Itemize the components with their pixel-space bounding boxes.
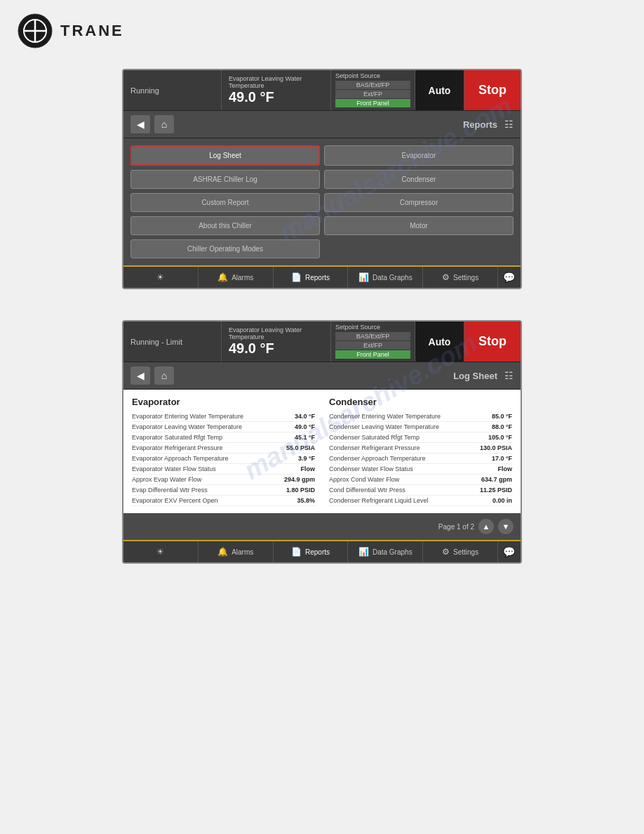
log-pagination: Page 1 of 2 ▲ ▼ [123,513,521,540]
cond-label-6: Approx Cond Water Flow [329,476,477,483]
logo-area: TRANE [0,0,644,62]
panel2-temp-label: Evaporator Leaving Water Temperature [229,326,323,340]
cond-value-5: Flow [498,465,513,472]
data-graphs-icon: 📊 [358,272,369,282]
panel1-chat-button[interactable]: 💬 [498,267,521,288]
panel2-setpoint-opt-2[interactable]: Ext/FP [335,341,410,350]
panel2-toolbar-sun[interactable]: ☀ [123,541,199,562]
panel2-home-button[interactable]: ⌂ [154,366,174,385]
panel1-toolbar-data-graphs[interactable]: 📊 Data Graphs [348,267,423,288]
btn-custom-report[interactable]: Custom Report [130,193,320,212]
panel2-nav-menu-icon: ☷ [504,370,514,381]
evap-value-0: 34.0 °F [295,413,315,420]
btn-evaporator[interactable]: Evaporator [324,145,514,166]
panel1-setpoint-section: Setpoint Source BAS/Ext/FP Ext/FP Front … [331,70,415,110]
cond-label-8: Condenser Refrigerant Liquid Level [329,497,488,504]
panel2-setpoint-opt-3[interactable]: Front Panel [335,350,410,359]
panel2-alarms-label: Alarms [232,548,253,556]
condenser-title: Condenser [329,397,512,407]
reports-icon: 📄 [291,272,302,282]
evap-label-8: Evaporator EXV Percent Open [132,497,293,504]
page-prev-button[interactable]: ▲ [478,519,494,534]
panel2-toolbar: ☀ 🔔 Alarms 📄 Reports 📊 Data Graphs ⚙ Set… [123,540,521,562]
btn-log-sheet[interactable]: Log Sheet [130,145,320,166]
evap-label-3: Evaporator Refrigerant Pressure [132,444,282,451]
cond-row-7: Cond Differential Wtr Press 11.25 PSID [329,485,512,496]
panel2-toolbar-alarms[interactable]: 🔔 Alarms [199,541,274,562]
cond-value-4: 17.0 °F [492,455,512,462]
panel2-toolbar-reports[interactable]: 📄 Reports [274,541,349,562]
panel1-data-graphs-label: Data Graphs [373,274,412,282]
panel1-nav-bar: ◀ ⌂ Reports ☷ [123,111,521,138]
panel1-toolbar-alarms[interactable]: 🔔 Alarms [199,267,274,288]
panel1-setpoint-label: Setpoint Source [335,72,410,79]
cond-row-6: Approx Cond Water Flow 634.7 gpm [329,475,512,485]
panel1-content: Log Sheet Evaporator ASHRAE Chiller Log … [123,138,521,265]
panel1-stop-button[interactable]: Stop [464,70,521,110]
panel2-setpoint-opt-1[interactable]: BAS/Ext/FP [335,332,410,340]
panel2-toolbar-settings[interactable]: ⚙ Settings [423,541,498,562]
cond-row-0: Condenser Entering Water Temperature 85.… [329,411,512,422]
page-next-button[interactable]: ▼ [498,519,514,534]
panel2-nav-bar: ◀ ⌂ Log Sheet ☷ [123,362,521,390]
panel1-back-button[interactable]: ◀ [130,115,150,133]
panel1-status: Running [130,86,159,95]
btn-condenser[interactable]: Condenser [324,170,514,189]
trane-logo-icon [17,13,53,49]
panel1-toolbar-reports[interactable]: 📄 Reports [274,267,349,288]
chat-icon: 💬 [503,272,515,283]
panel1-toolbar-settings[interactable]: ⚙ Settings [423,267,498,288]
cond-label-7: Cond Differential Wtr Press [329,486,476,494]
btn-compressor[interactable]: Compressor [324,193,514,212]
panel2-stop-button[interactable]: Stop [464,322,521,362]
panel2-setpoint-section: Setpoint Source BAS/Ext/FP Ext/FP Front … [331,322,415,362]
panel2: manualsarchive.com Running - Limit Evapo… [122,320,522,564]
panel1: manualsarchive.com Running Evaporator Le… [122,69,522,289]
cond-row-2: Condenser Saturated Rfgt Temp 105.0 °F [329,432,512,443]
panel2-status-section: Running - Limit [123,322,222,362]
evap-row-2: Evaporator Saturated Rfgt Temp 45.1 °F [132,432,315,443]
evap-label-5: Evaporator Water Flow Status [132,465,297,472]
btn-motor[interactable]: Motor [324,216,514,235]
panel1-settings-label: Settings [453,274,478,282]
panel2-settings-label: Settings [453,548,478,556]
setpoint-opt-1[interactable]: BAS/Ext/FP [335,81,410,89]
cond-row-1: Condenser Leaving Water Temperature 88.0… [329,422,512,432]
evap-value-4: 3.9 °F [298,455,315,462]
alarms-icon: 🔔 [217,272,228,282]
panel2-temp-section: Evaporator Leaving Water Temperature 49.… [222,322,331,362]
panel2-temp-value: 49.0 °F [229,340,323,357]
panel1-header: Running Evaporator Leaving Water Tempera… [123,70,521,111]
panel2-data-graphs-icon: 📊 [358,547,369,557]
evap-label-0: Evaporator Entering Water Temperature [132,413,290,420]
panel1-home-button[interactable]: ⌂ [154,115,174,133]
btn-ashrae-chiller-log[interactable]: ASHRAE Chiller Log [130,170,320,189]
cond-label-4: Condenser Approach Temperature [329,455,488,462]
panel2-auto-button[interactable]: Auto [415,322,464,362]
cond-value-3: 130.0 PSIA [480,444,512,451]
btn-chiller-operating-modes[interactable]: Chiller Operating Modes [130,239,320,258]
panel1-toolbar: ☀ 🔔 Alarms 📄 Reports 📊 Data Graphs ⚙ Set… [123,265,521,288]
btn-about-chiller[interactable]: About this Chiller [130,216,320,235]
cond-label-5: Condenser Water Flow Status [329,465,494,472]
evap-row-6: Approx Evap Water Flow 294.9 gpm [132,475,315,485]
evap-value-1: 49.0 °F [295,423,315,430]
setpoint-opt-2[interactable]: Ext/FP [335,90,410,98]
evap-row-8: Evaporator EXV Percent Open 35.8% [132,496,315,506]
panel2-data-graphs-label: Data Graphs [373,548,412,556]
cond-value-2: 105.0 °F [488,434,512,441]
evap-label-4: Evaporator Approach Temperature [132,455,294,462]
panel2-toolbar-data-graphs[interactable]: 📊 Data Graphs [348,541,423,562]
panel2-log-content: Evaporator Evaporator Entering Water Tem… [123,390,521,513]
panel1-toolbar-sun[interactable]: ☀ [123,267,199,288]
panel2-settings-icon: ⚙ [442,547,450,557]
panel2-chat-button[interactable]: 💬 [498,541,521,562]
panel2-back-button[interactable]: ◀ [130,366,150,385]
setpoint-opt-3[interactable]: Front Panel [335,99,410,107]
panel2-nav-title: Log Sheet [178,371,497,381]
evap-value-2: 45.1 °F [295,434,315,441]
panel1-auto-button[interactable]: Auto [415,70,464,110]
cond-value-6: 634.7 gpm [481,476,512,483]
cond-label-3: Condenser Refrigerant Pressure [329,444,476,451]
evap-value-3: 55.0 PSIA [286,444,315,451]
